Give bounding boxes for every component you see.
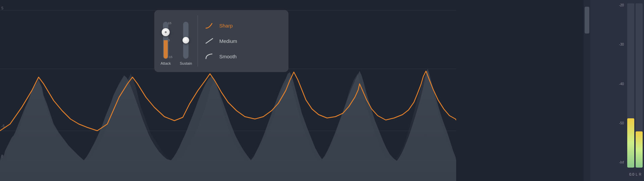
meter-fill-R — [636, 131, 643, 168]
attack-scale-mid: 0 — [168, 39, 172, 42]
attack-scale-bot: -15 — [168, 56, 172, 59]
meter-fill-L — [627, 118, 634, 168]
attack-slider-track[interactable] — [163, 22, 168, 59]
smooth-label: Smooth — [219, 54, 237, 59]
vu-scale-inf: -Inf — [610, 161, 624, 164]
sustain-knob[interactable] — [182, 37, 189, 44]
scroll-area[interactable] — [584, 0, 590, 181]
sustain-slider-container: Sustain — [180, 22, 192, 65]
sustain-slider-track[interactable] — [183, 22, 189, 59]
curve-option-sharp[interactable]: Sharp — [203, 21, 283, 30]
vu-level-display: 0.0 — [629, 172, 634, 176]
vu-scale-minus30: -30 — [610, 43, 624, 46]
attack-scale-top: 15 — [168, 22, 172, 25]
medium-label: Medium — [219, 38, 237, 44]
attack-fill — [164, 40, 168, 59]
vu-bottom: 0.0 L R — [590, 168, 644, 181]
meter-L — [627, 3, 634, 168]
scroll-thumb[interactable] — [585, 7, 589, 34]
sustain-track-wrapper[interactable] — [180, 22, 192, 59]
vu-scale-minus40: -40 — [610, 82, 624, 86]
attack-track-wrapper[interactable]: 15 0 -15 — [160, 22, 172, 59]
curve-option-medium[interactable]: Medium — [203, 37, 283, 45]
smooth-curve-icon — [205, 53, 215, 60]
attack-knob-dot — [165, 31, 167, 33]
sharp-curve-icon — [205, 22, 215, 29]
meters-container — [627, 3, 643, 168]
sharp-label: Sharp — [219, 23, 233, 28]
vu-scale-minus50: -50 — [610, 121, 624, 125]
curve-option-smooth[interactable]: Smooth — [203, 52, 283, 61]
medium-curve-icon — [205, 37, 215, 45]
envelope-popup: 15 0 -15 Attack — [154, 10, 288, 72]
vu-label-R: R — [639, 173, 641, 176]
attack-label: Attack — [161, 61, 171, 65]
attack-slider-container: 15 0 -15 Attack — [160, 22, 172, 65]
curves-section: Sharp Medium Smooth — [203, 15, 283, 67]
vu-scale: -20 -30 -40 -50 -Inf — [610, 0, 624, 168]
vu-label-L: L — [636, 173, 638, 176]
attack-knob[interactable] — [162, 28, 170, 36]
vu-panel: -20 -30 -40 -50 -Inf 0.0 L R — [590, 0, 644, 181]
svg-line-0 — [206, 39, 213, 43]
sustain-label: Sustain — [180, 61, 192, 65]
panel-divider — [198, 15, 198, 67]
attack-scale: 15 0 -15 — [168, 22, 172, 59]
vu-scale-minus20: -20 — [610, 3, 624, 7]
meter-R — [636, 3, 643, 168]
sliders-section: 15 0 -15 Attack — [160, 15, 192, 67]
